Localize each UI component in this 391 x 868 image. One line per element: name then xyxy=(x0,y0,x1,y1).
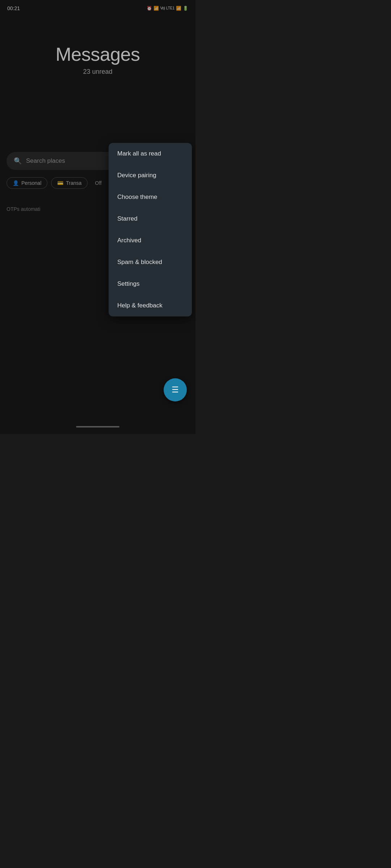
bottom-nav-indicator xyxy=(76,426,119,427)
compose-icon: ☰ xyxy=(172,385,179,395)
menu-item-device-pairing[interactable]: Device pairing xyxy=(109,165,192,186)
compose-fab[interactable]: ☰ xyxy=(164,378,187,401)
menu-item-help-feedback[interactable]: Help & feedback xyxy=(109,295,192,316)
menu-item-spam-blocked[interactable]: Spam & blocked xyxy=(109,251,192,273)
menu-item-choose-theme[interactable]: Choose theme xyxy=(109,186,192,208)
menu-item-settings[interactable]: Settings xyxy=(109,273,192,295)
menu-item-starred[interactable]: Starred xyxy=(109,208,192,230)
menu-item-archived[interactable]: Archived xyxy=(109,230,192,251)
dropdown-menu: Mark all as read Device pairing Choose t… xyxy=(109,143,192,316)
menu-item-mark-all-read[interactable]: Mark all as read xyxy=(109,143,192,165)
